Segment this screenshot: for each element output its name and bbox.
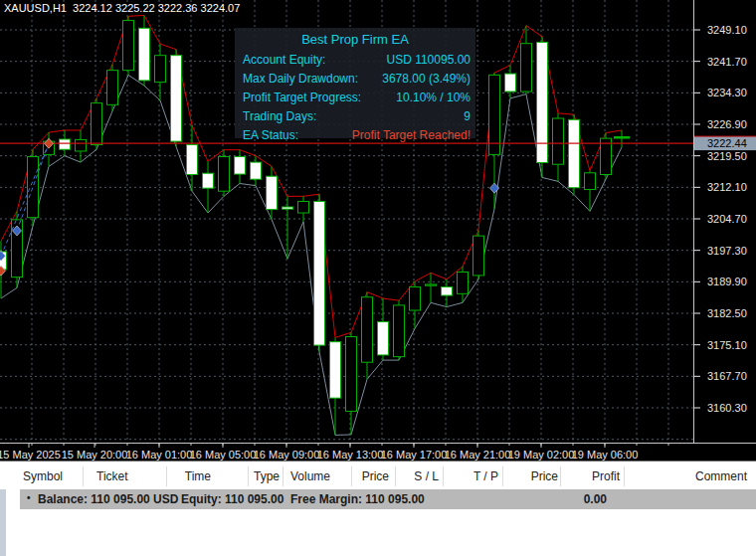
balance-value: Balance: 110 095.00 USD <box>38 492 178 506</box>
svg-text:3226.90: 3226.90 <box>707 118 747 130</box>
ea-row-progress: Profit Target Progress: 10.10% / 10% <box>235 88 475 106</box>
column-header-price-2[interactable]: Price <box>531 469 558 483</box>
ea-label: Account Equity: <box>243 53 325 67</box>
column-header-volume[interactable]: Volume <box>290 469 330 483</box>
ea-row-drawdown: Max Daily Drawdown: 3678.00 (3.49%) <box>235 69 475 88</box>
column-header-profit[interactable]: Profit <box>592 469 620 483</box>
svg-text:16 May 21:00: 16 May 21:00 <box>445 449 511 461</box>
svg-text:3241.70: 3241.70 <box>707 56 747 68</box>
column-separator <box>166 466 167 486</box>
column-header-type[interactable]: Type <box>254 469 280 483</box>
terminal-panel: × SymbolTicketTimeTypeVolumePriceS / LT … <box>0 461 756 556</box>
column-separator <box>283 466 284 486</box>
column-separator <box>443 466 444 486</box>
column-separator <box>248 466 249 486</box>
ea-value: 10.10% / 10% <box>396 91 471 104</box>
chart-area[interactable]: 3249.103241.703234.303226.903219.503212.… <box>0 0 756 461</box>
svg-text:3249.10: 3249.10 <box>707 24 747 36</box>
column-separator <box>395 466 396 486</box>
symbol-quote-info: XAUUSD,H1 3224.12 3225.22 3222.36 3224.0… <box>4 2 240 14</box>
svg-text:3204.70: 3204.70 <box>707 213 747 225</box>
ea-row-days: Trading Days: 9 <box>235 107 475 126</box>
svg-text:16 May 05:00: 16 May 05:00 <box>190 449 257 461</box>
ea-label: Trading Days: <box>243 109 316 123</box>
equity-value: Equity: 110 095.00 <box>181 492 284 506</box>
svg-text:16 May 01:00: 16 May 01:00 <box>126 449 193 461</box>
ea-value: 3678.00 (3.49%) <box>382 72 471 86</box>
ea-row-status: EA Status: Profit Target Reached! <box>235 126 475 145</box>
column-header-symbol[interactable]: Symbol <box>23 469 63 483</box>
svg-text:3189.90: 3189.90 <box>707 276 747 287</box>
svg-text:3219.50: 3219.50 <box>707 150 747 162</box>
ea-status-value: Profit Target Reached! <box>352 128 471 142</box>
ea-label: EA Status: <box>243 128 298 142</box>
svg-text:3167.70: 3167.70 <box>707 370 747 382</box>
column-header-price[interactable]: Price <box>362 469 389 483</box>
column-separator <box>502 466 503 486</box>
svg-text:3175.10: 3175.10 <box>707 339 747 351</box>
svg-text:16 May 17:00: 16 May 17:00 <box>381 449 448 461</box>
svg-text:3234.30: 3234.30 <box>707 87 747 98</box>
ea-label: Profit Target Progress: <box>243 91 361 104</box>
column-header-sl[interactable]: S / L <box>414 469 439 483</box>
ea-info-panel: Best Prop Firm EA Account Equity: USD 11… <box>235 28 475 138</box>
column-separator <box>624 466 625 486</box>
svg-text:3212.10: 3212.10 <box>707 181 747 193</box>
column-header-ticket[interactable]: Ticket <box>96 469 128 483</box>
column-separator <box>83 466 84 486</box>
column-header-time[interactable]: Time <box>185 469 211 483</box>
trade-connector-line <box>1 143 49 256</box>
mt4-window: 3249.103241.703234.303226.903219.503212.… <box>0 0 756 556</box>
svg-text:15 May 2025: 15 May 2025 <box>0 449 61 461</box>
svg-text:19 May 02:00: 19 May 02:00 <box>508 449 575 461</box>
free-margin-value: Free Margin: 110 095.00 <box>290 492 425 506</box>
svg-text:3197.30: 3197.30 <box>707 245 747 257</box>
svg-text:19 May 06:00: 19 May 06:00 <box>572 449 639 461</box>
ea-row-equity: Account Equity: USD 110095.00 <box>235 50 475 69</box>
column-header-comment[interactable]: Comment <box>695 469 747 483</box>
ea-value: 9 <box>464 109 471 123</box>
ea-value: USD 110095.00 <box>386 53 471 67</box>
ea-panel-title: Best Prop Firm EA <box>235 28 475 50</box>
svg-text:16 May 13:00: 16 May 13:00 <box>317 449 384 461</box>
svg-text:16 May 09:00: 16 May 09:00 <box>254 449 320 461</box>
svg-text:15 May 20:00: 15 May 20:00 <box>62 449 128 461</box>
column-separator <box>351 466 352 486</box>
ea-label: Max Daily Drawdown: <box>243 72 358 86</box>
current-price-value: 3222.44 <box>707 137 747 149</box>
column-separator <box>560 466 561 486</box>
svg-text:3160.30: 3160.30 <box>707 402 747 414</box>
bullet-icon: • <box>27 492 31 503</box>
profit-value: 0.00 <box>584 492 607 506</box>
terminal-header-row: SymbolTicketTimeTypeVolumePriceS / LT / … <box>0 463 756 489</box>
svg-text:3182.50: 3182.50 <box>707 307 747 319</box>
price-axis[interactable]: 3249.103241.703234.303226.903219.503212.… <box>694 24 747 414</box>
balance-row[interactable]: • Balance: 110 095.00 USD Equity: 110 09… <box>20 489 756 509</box>
column-header-tp[interactable]: T / P <box>473 469 498 483</box>
time-axis[interactable]: 15 May 202515 May 20:0016 May 01:0016 Ma… <box>0 443 668 461</box>
